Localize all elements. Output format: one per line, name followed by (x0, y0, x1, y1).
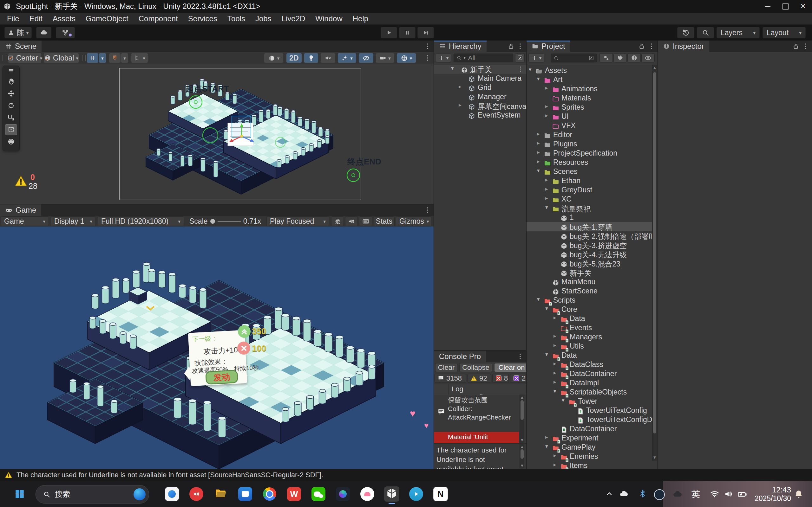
expander-closed-icon[interactable]: ▸ (554, 314, 556, 321)
expander-closed-icon[interactable]: ▸ (554, 379, 556, 385)
expander-closed-icon[interactable]: ▸ (545, 434, 548, 441)
activate-skill-button[interactable]: 发动 (205, 370, 238, 385)
tree-row[interactable]: ▾Tower (526, 397, 652, 406)
tree-row[interactable]: ▸Managers (526, 332, 652, 342)
expander-closed-icon[interactable]: ▸ (545, 176, 548, 183)
effects-dropdown[interactable]: ▾ (338, 53, 356, 63)
scene-visibility-toggle[interactable] (359, 53, 373, 63)
play-button[interactable] (380, 27, 397, 38)
resolution-dropdown[interactable]: Full HD (1920x1080)▾ (98, 216, 184, 226)
rect-tool[interactable] (5, 124, 17, 135)
search-highlights-icon[interactable] (134, 488, 146, 500)
expander-open-icon[interactable]: ▾ (537, 167, 540, 174)
tree-row[interactable]: ▸DataImpl (526, 378, 652, 388)
console-scrollbar[interactable]: ▲▼ (519, 395, 524, 443)
volume-icon[interactable] (724, 489, 733, 499)
filter-by-type-button[interactable] (600, 53, 613, 62)
expander-closed-icon[interactable]: ▸ (554, 461, 556, 468)
tree-row[interactable]: Materials (526, 94, 652, 103)
hand-tool[interactable] (5, 76, 17, 87)
scene-viewport[interactable]: 起点START 终点END 0 28 (0, 64, 434, 205)
tree-row[interactable]: Events (526, 323, 652, 332)
undo-history-button[interactable] (677, 27, 694, 38)
hierarchy-kebab-icon[interactable] (516, 43, 524, 50)
tree-row[interactable]: ▸ProjectSpecification (526, 149, 652, 158)
expander-closed-icon[interactable]: ▸ (459, 83, 461, 90)
scale-tool[interactable] (5, 112, 17, 123)
minimize-button[interactable] (759, 0, 776, 13)
code-app-icon[interactable] (335, 487, 351, 502)
tree-row[interactable]: ▸Data (526, 314, 652, 323)
assert-count-toggle[interactable]: 2 (510, 374, 526, 383)
tab-hierarchy[interactable]: Hierarchy (434, 41, 487, 52)
tree-row[interactable]: ▸Resources (526, 158, 652, 167)
project-scrollbar[interactable]: ▲ ▼ (652, 65, 657, 461)
steam-icon[interactable] (654, 489, 665, 500)
ime-indicator[interactable]: 英 (692, 489, 700, 500)
keyboard-button[interactable] (359, 216, 372, 226)
tree-row[interactable]: 1 (526, 213, 652, 222)
expander-closed-icon[interactable]: ▸ (554, 360, 556, 367)
menu-jobs[interactable]: Jobs (250, 13, 276, 25)
game-menu-kebab-icon[interactable] (424, 206, 432, 214)
audio-toggle[interactable] (321, 53, 335, 63)
menu-gameobject[interactable]: GameObject (81, 13, 134, 25)
tree-row[interactable]: ▸DataClass (526, 360, 652, 369)
error-log-entry[interactable]: Material 'Unlit (Instance)' with (434, 432, 519, 443)
sell-button[interactable] (237, 342, 250, 354)
grid-snap-button[interactable] (87, 53, 98, 63)
tab-project[interactable]: Project (526, 41, 570, 52)
pivot-dropdown[interactable]: Center▾ (8, 53, 41, 63)
wechat-app-icon[interactable] (311, 487, 326, 502)
layout-dropdown[interactable]: Layout▾ (763, 27, 806, 38)
snap-increment-dropdown[interactable]: ▾ (121, 53, 128, 63)
store-app-icon[interactable] (238, 487, 253, 502)
palette-drag-handle[interactable] (5, 67, 17, 74)
expander-closed-icon[interactable]: ▸ (459, 102, 461, 108)
expander-open-icon[interactable]: ▾ (545, 204, 548, 211)
tree-row[interactable]: MainMenu (526, 277, 652, 286)
project-kebab-icon[interactable] (648, 43, 655, 50)
expander-open-icon[interactable]: ▾ (554, 388, 556, 395)
version-control-button[interactable] (56, 27, 75, 38)
tree-row[interactable]: Main Camera (434, 74, 526, 83)
tree-row[interactable]: ▸Sprites (526, 103, 652, 112)
lock-open-icon[interactable] (507, 43, 514, 50)
tab-console-pro[interactable]: Console Pro (434, 351, 486, 362)
grid-snap-dropdown[interactable]: ▾ (99, 53, 106, 63)
tree-row[interactable]: ▾GamePlay (526, 443, 652, 452)
expander-closed-icon[interactable]: ▸ (554, 370, 556, 376)
stats-toggle[interactable]: Stats (374, 216, 395, 226)
menu-component[interactable]: Component (134, 13, 183, 25)
tree-row[interactable]: ▸DataContainer (526, 369, 652, 378)
taskbar-search-box[interactable]: 搜索 (36, 485, 149, 504)
tree-row[interactable]: ▸Ethan (526, 176, 652, 185)
project-add-button[interactable]: ▾ (528, 53, 544, 62)
unity-app-icon[interactable] (384, 487, 399, 502)
expander-closed-icon[interactable]: ▸ (554, 333, 556, 339)
expander-open-icon[interactable]: ▾ (562, 397, 565, 404)
rotate-tool[interactable] (5, 100, 17, 111)
error-count-toggle[interactable]: 8 (492, 374, 509, 383)
notion-app-icon[interactable]: N (433, 487, 448, 502)
menu-file[interactable]: File (2, 13, 24, 25)
filter-important-button[interactable] (627, 53, 641, 62)
battery-charging-icon[interactable] (737, 489, 747, 499)
tree-row[interactable]: ▸UI (526, 112, 652, 121)
scale-slider[interactable]: Scale 0.71x (186, 216, 264, 226)
orientation-dropdown[interactable]: Global▾ (44, 53, 79, 63)
tab-game[interactable]: Game (0, 205, 41, 216)
menu-help[interactable]: Help (348, 13, 373, 25)
project-search[interactable] (551, 54, 597, 62)
tree-row[interactable]: ▸XC (526, 194, 652, 204)
tree-row[interactable]: 新手关 (526, 268, 652, 277)
picker-icon[interactable] (589, 55, 594, 61)
menu-live2d[interactable]: Live2D (276, 13, 310, 25)
hierarchy-add-button[interactable]: ▾ (436, 53, 451, 62)
expander-open-icon[interactable]: ▾ (537, 296, 540, 302)
wifi-icon[interactable] (710, 489, 719, 499)
scale-slider-track[interactable] (217, 221, 241, 222)
pause-button[interactable] (399, 27, 415, 38)
menu-window[interactable]: Window (310, 13, 347, 25)
tree-row[interactable]: StartScene (526, 286, 652, 296)
